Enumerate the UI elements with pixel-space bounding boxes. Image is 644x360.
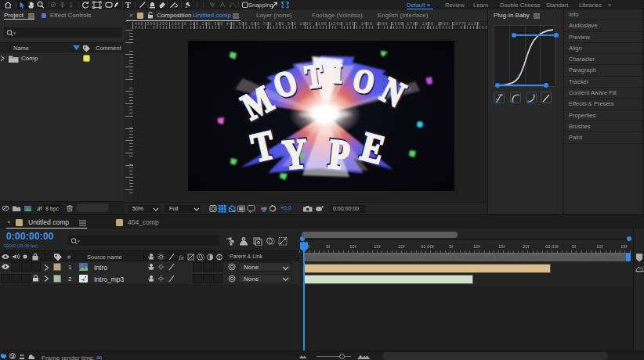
svg-text:fx: fx: [179, 254, 184, 261]
svg-text:I: I: [333, 59, 342, 89]
svg-text:Y: Y: [280, 129, 309, 178]
svg-text:T: T: [125, 1, 131, 9]
